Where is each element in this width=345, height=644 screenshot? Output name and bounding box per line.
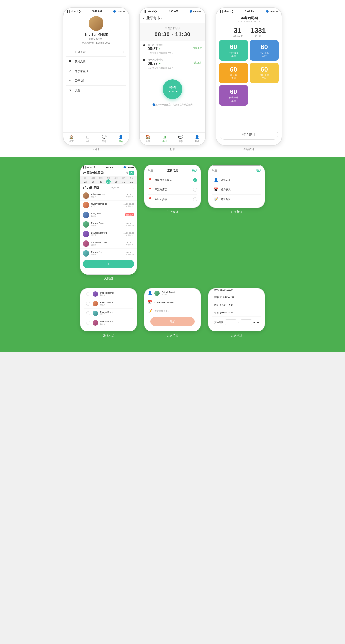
bluetooth-header: ‹ 蓝牙打卡 ▾ bbox=[140, 14, 205, 23]
back-arrow-icon[interactable]: ‹ bbox=[143, 16, 144, 20]
punch-button[interactable]: 打卡 18:30:45 bbox=[163, 80, 182, 99]
staff-ariana[interactable]: Ariana Barros 领班员 11:30-18:00 A1班 6.5H bbox=[80, 191, 136, 200]
staff-count-4: 7人 ¥2.5h bbox=[111, 186, 119, 189]
filter-icon-4[interactable]: ▽ bbox=[132, 186, 134, 190]
bt-notice: 🔵 蓝牙B03已开启，此设备在考勤范围内 bbox=[140, 101, 205, 108]
nav-home[interactable]: 🏠 首页 bbox=[63, 135, 80, 144]
role-catherine: 已操作 bbox=[91, 244, 123, 246]
store-option-2[interactable]: 📍 平江方店店 bbox=[148, 185, 197, 194]
person-patrick2[interactable]: Patrick Barrett 领班员 bbox=[84, 289, 133, 299]
minus-btn[interactable]: − bbox=[253, 320, 255, 324]
clock-info-1: 第一次打卡时间 08:37 ✦ 江苏省苏州市竹园路209号 bbox=[148, 44, 193, 55]
time-gypsy: 11:30-18:00 A1班 6.5H bbox=[123, 203, 134, 208]
qr-icon: ⊡ bbox=[68, 50, 72, 54]
phone-row-2: ▌▌ Sketch ❯ 9:41 AM 🔵 100%▬ ‹ 竹园路创业园店 ▾ … bbox=[5, 288, 340, 342]
store-modal-confirm[interactable]: 确认 bbox=[192, 169, 197, 172]
person-patrick4[interactable]: Patrick Barrett 领班员 bbox=[84, 308, 133, 318]
staff-kelly[interactable]: Kelly Elliott 领班员 提在假期 bbox=[80, 210, 136, 220]
menu-item-about[interactable]: ○ 关于我们 › bbox=[66, 76, 126, 86]
shift-time-detail-value: 5:00-6:00;6:30-9:00 bbox=[154, 301, 174, 304]
nav2-msg[interactable]: 💬 消息 bbox=[172, 135, 189, 144]
shift-label-note: 选加备注 bbox=[221, 198, 258, 201]
attend-back-icon[interactable]: ‹ bbox=[220, 17, 221, 22]
custom-time-start[interactable]: ~ bbox=[225, 320, 236, 325]
share-icon: ⤢ bbox=[68, 69, 72, 73]
wday-name-tue: 周二 bbox=[89, 177, 97, 179]
role-kelly: 领班员 bbox=[91, 215, 124, 217]
staff-patrickaie[interactable]: Patrick Aie 领班员 11:30-18:00 A1班 6.5H bbox=[80, 248, 136, 258]
info-catherine: Catherine Howard 已操作 bbox=[91, 241, 123, 246]
menu-item-feedback[interactable]: ☰ 意见反馈 › bbox=[66, 57, 126, 66]
dayview-dropdown[interactable]: ▾ bbox=[103, 172, 104, 174]
shift-type-noon2[interactable]: 午班 (10:00-4:00) bbox=[212, 309, 261, 317]
menu-arrow-settings: › bbox=[123, 88, 124, 92]
staff-patrick[interactable]: Patrick Barrett 领班员 11:30-18:00 A1班 6.5H bbox=[80, 220, 136, 230]
time-3: 9:41 AM bbox=[245, 10, 255, 12]
attend-card-weekend-value: 60 bbox=[252, 43, 276, 51]
shift-option-note[interactable]: 📝 选加备注 › bbox=[212, 194, 261, 204]
custom-time-row: 其他时间 ~ ~ − + bbox=[212, 317, 261, 328]
wday-num-30[interactable]: 30 bbox=[121, 179, 126, 184]
shift-type-overnight[interactable]: 跨夜班 (8:00-2:00) bbox=[212, 294, 261, 302]
staff-brandon[interactable]: Brandon Barrett 领班员 11:30-18:00 A1班 6.5H bbox=[80, 230, 136, 239]
person-patrick5[interactable]: Patrick Barrett 领班员 bbox=[84, 318, 133, 328]
shift-type-late[interactable]: 晚班 (8:00-12:00) bbox=[212, 302, 261, 309]
check-patrick2 bbox=[86, 292, 90, 296]
time-brandon: 11:30-18:00 A1班 6.5H bbox=[123, 232, 134, 236]
store-option-3[interactable]: 📍 园区固娄店 bbox=[148, 194, 197, 204]
section-label-shiftmodel: 班次模型 bbox=[231, 332, 243, 342]
nav2-profile-label: 我的 bbox=[195, 140, 199, 143]
screen-label-2: 打卡 bbox=[170, 146, 175, 152]
nav-profile[interactable]: 👤 我的 bbox=[113, 135, 129, 144]
shift-type-evening[interactable]: 晚班 (6:00-12:00) bbox=[212, 288, 261, 294]
wday-num-25[interactable]: 25 bbox=[83, 179, 88, 184]
shift-modal-cancel[interactable]: 取消 bbox=[212, 169, 217, 172]
store-modal-cancel[interactable]: 取消 bbox=[148, 169, 153, 172]
shift-modal-confirm[interactable]: 确认 bbox=[256, 169, 261, 172]
shift-option-shift[interactable]: 📅 选择班次 › bbox=[212, 185, 261, 194]
phone-shiftadd-wrap: ▌▌ Sketch ❯ 9:41 AM 🔵 100%▬ ‹ 竹园路创业园店 ▾ … bbox=[208, 164, 265, 286]
avatar-img bbox=[89, 16, 103, 31]
shift-detail-add-btn[interactable]: 添加 bbox=[150, 317, 195, 326]
person-patrick3[interactable]: Patrick Barrett 领班员 bbox=[84, 299, 133, 308]
user-name: Eric Sun 孙锦旗 bbox=[63, 32, 129, 37]
menu-item-share[interactable]: ⤢ 分享拿盖雅 › bbox=[66, 66, 126, 76]
staff-catherine[interactable]: Catherine Howard 已操作 11:30-18:00 A1班 6.5… bbox=[80, 239, 136, 248]
nav2-home[interactable]: 🏠 首页 bbox=[140, 135, 156, 144]
attend-card-scheduled-value: 60 bbox=[252, 66, 276, 73]
dropdown-arrow[interactable]: ▾ bbox=[161, 17, 162, 20]
attend-more-icon[interactable]: … bbox=[275, 18, 278, 21]
attend-stats-button[interactable]: 打卡统计 bbox=[220, 130, 278, 140]
wday-name-wed: 周三 bbox=[97, 177, 104, 179]
store-option-1[interactable]: 📍 竹园路创业园店 ✓ bbox=[148, 175, 197, 185]
shift-detail-brandon: A1班 6.5H bbox=[123, 234, 134, 236]
menu-item-settings[interactable]: ⚙ 设置 › bbox=[66, 86, 126, 95]
avatar-patrick5-p bbox=[93, 320, 98, 326]
shift-option-person[interactable]: 👤 选择人员 › bbox=[212, 175, 261, 185]
wday-num-01[interactable]: 01 bbox=[129, 179, 134, 184]
nav-msg[interactable]: 💬 消息 bbox=[96, 135, 113, 144]
nav-func[interactable]: ⊞ 功能 bbox=[80, 135, 96, 144]
plus-btn[interactable]: + bbox=[257, 320, 259, 324]
day-toggle-active[interactable]: 天 bbox=[129, 171, 134, 175]
phone-shiftadd: ▌▌ Sketch ❯ 9:41 AM 🔵 100%▬ ‹ 竹园路创业园店 ▾ … bbox=[208, 164, 265, 208]
custom-time-end[interactable] bbox=[241, 320, 252, 325]
custom-time-separator: ~ bbox=[238, 321, 239, 324]
nav2-func[interactable]: ⊞ 功能 bbox=[156, 135, 173, 144]
nav2-profile[interactable]: 👤 我的 bbox=[189, 135, 206, 144]
wday-num-26[interactable]: 26 bbox=[91, 179, 95, 184]
menu-item-qr[interactable]: ⊡ 扫码登录 › bbox=[66, 47, 126, 57]
phone-selectperson: ▌▌ Sketch ❯ 9:41 AM 🔵 100%▬ ‹ 竹园路创业园店 ▾ … bbox=[80, 288, 137, 332]
add-shift-btn[interactable]: + bbox=[83, 260, 134, 268]
wday-num-28[interactable]: 28 bbox=[106, 179, 111, 184]
time-ariana: 11:30-18:00 A1班 6.5H bbox=[123, 193, 134, 198]
name-patrick: Patrick Barrett bbox=[91, 222, 123, 224]
info-brandon: Brandon Barrett 领班员 bbox=[91, 232, 123, 236]
staff-gypsy[interactable]: Gypsy Hardinge A1班 11:30-18:00 A1班 6.5H bbox=[80, 200, 136, 210]
store-name-1: 竹园路创业园店 bbox=[155, 178, 193, 182]
wday-num-27[interactable]: 27 bbox=[99, 179, 103, 184]
wday-num-29[interactable]: 29 bbox=[114, 179, 118, 184]
battery-4: 🔵 100%▬ bbox=[123, 166, 134, 168]
bottom-nav-1: 🏠 首页 ⊞ 功能 💬 消息 👤 我的 bbox=[63, 132, 129, 145]
time-2: 9:41 AM bbox=[169, 10, 178, 12]
